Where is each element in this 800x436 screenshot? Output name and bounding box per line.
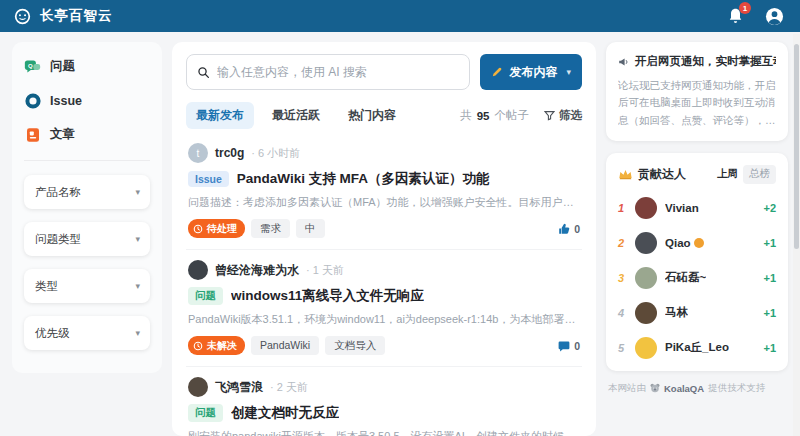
tab-latest[interactable]: 最新发布: [186, 102, 254, 129]
contributor-avatar[interactable]: [635, 267, 657, 289]
crown-icon: [618, 168, 633, 180]
filter-button-label: 筛选: [559, 108, 582, 123]
sidebar-item-questions[interactable]: Q 问题: [24, 58, 150, 75]
contributor-row[interactable]: 1 Vivian +2: [618, 197, 776, 219]
post-type-badge[interactable]: 问题: [188, 404, 223, 422]
chevron-down-icon: ▾: [135, 234, 140, 244]
contributor-name[interactable]: Vivian: [665, 202, 699, 214]
post-metric[interactable]: 0: [558, 223, 580, 235]
post-title[interactable]: PandaWiki 支持 MFA（多因素认证）功能: [237, 170, 490, 188]
post-item[interactable]: 飞鸿雪浪 · 2 天前 问题 创建文档时无反应 刚安装的pandawiki开源版…: [186, 367, 582, 436]
site-footer: 本网站由 KoalaQA 提供技术支持: [606, 382, 788, 395]
post-title[interactable]: windows11离线导入文件无响应: [231, 287, 424, 305]
post-metric[interactable]: 0: [558, 340, 580, 352]
content-layout: Q 问题 Issue 文章 产品名称 ▾: [0, 32, 800, 436]
issue-circle-icon: [24, 92, 41, 109]
publish-button-label: 发布内容: [509, 64, 557, 81]
post-author-avatar[interactable]: [188, 377, 208, 397]
contributor-row[interactable]: 2 Qiao +1: [618, 232, 776, 254]
search-row: 发布内容 ▾: [186, 54, 582, 90]
contributors-list: 1 Vivian +2 2 Qiao +1 3 石砳磊~ +1 4 马林 +1: [618, 197, 776, 359]
tab-recently-active[interactable]: 最近活跃: [262, 102, 330, 129]
contributors-card: 贡献达人 上周 总榜 1 Vivian +2 2 Qiao +1 3: [606, 153, 788, 371]
filter-select-type[interactable]: 类型 ▾: [24, 269, 150, 303]
contributor-medal-icon: [694, 238, 704, 248]
tabs-right: 共 95 个帖子 筛选: [460, 108, 582, 123]
post-title-row: 问题 windows11离线导入文件无响应: [188, 287, 580, 305]
post-type-badge[interactable]: Issue: [188, 171, 229, 187]
post-item[interactable]: t trc0g · 6 小时前 Issue PandaWiki 支持 MFA（多…: [186, 133, 582, 250]
notice-title-row: 开启网页通知，实时掌握互动信…: [618, 54, 776, 69]
brand[interactable]: 长亭百智云: [14, 7, 113, 25]
filter-select-question-type[interactable]: 问题类型 ▾: [24, 222, 150, 256]
post-author-avatar[interactable]: t: [188, 143, 208, 163]
contributor-score: +2: [763, 202, 776, 214]
publish-content-button[interactable]: 发布内容 ▾: [480, 54, 582, 90]
contributors-header: 贡献达人 上周 总榜: [618, 165, 776, 184]
search-input[interactable]: [217, 65, 459, 79]
navbar-actions: 1: [727, 7, 784, 26]
post-meta: 曾经沧海难为水 · 1 天前: [188, 260, 580, 280]
footer-brand[interactable]: KoalaQA: [664, 383, 704, 394]
contributor-avatar[interactable]: [635, 232, 657, 254]
post-timestamp: · 6 小时前: [251, 146, 300, 161]
contributor-name[interactable]: 石砳磊~: [665, 270, 706, 285]
post-author-name[interactable]: 飞鸿雪浪: [215, 379, 263, 396]
contributor-rank: 3: [618, 272, 627, 284]
notification-promo-card[interactable]: 开启网页通知，实时掌握互动信… 论坛现已支持网页通知功能，开启后可在电脑桌面上即…: [606, 42, 788, 141]
logo-icon: [14, 8, 31, 25]
footer-suffix: 提供技术支持: [708, 382, 765, 395]
contributor-name[interactable]: 马林: [665, 305, 688, 320]
top-navbar: 长亭百智云 1: [0, 0, 800, 32]
chevron-down-icon: ▾: [135, 328, 140, 338]
contributor-avatar[interactable]: [635, 197, 657, 219]
post-status-label: 未解决: [207, 339, 237, 353]
post-author-avatar[interactable]: [188, 260, 208, 280]
notification-bell-button[interactable]: 1: [727, 7, 745, 25]
page-scrollbar-thumb[interactable]: [794, 44, 799, 249]
contributor-name-text: PiKa丘_Leo: [665, 340, 729, 355]
tab-all-time[interactable]: 总榜: [743, 165, 776, 184]
contributor-rank: 5: [618, 342, 627, 354]
sidebar-item-issue[interactable]: Issue: [24, 92, 150, 109]
contributor-score: +1: [763, 307, 776, 319]
post-type-badge[interactable]: 问题: [188, 287, 223, 305]
post-author-name[interactable]: trc0g: [215, 146, 244, 160]
post-author-name[interactable]: 曾经沧海难为水: [215, 262, 299, 279]
contributor-avatar[interactable]: [635, 337, 657, 359]
svg-text:Q: Q: [28, 63, 33, 69]
post-tags: 需求中: [251, 219, 325, 238]
question-chat-icon: Q: [24, 58, 41, 75]
funnel-icon: [544, 110, 555, 121]
contributor-avatar[interactable]: [635, 302, 657, 324]
post-timestamp: · 2 天前: [270, 380, 308, 395]
post-title[interactable]: 创建文档时无反应: [231, 404, 339, 422]
filter-label: 类型: [35, 279, 58, 294]
contributor-row[interactable]: 3 石砳磊~ +1: [618, 267, 776, 289]
contributor-name-text: 石砳磊~: [665, 270, 706, 285]
post-tag[interactable]: 文档导入: [325, 336, 385, 355]
contributor-row[interactable]: 5 PiKa丘_Leo +1: [618, 337, 776, 359]
tab-last-week[interactable]: 上周: [717, 167, 738, 181]
filter-select-priority[interactable]: 优先级 ▾: [24, 316, 150, 350]
sidebar-item-articles[interactable]: 文章: [24, 126, 150, 143]
metric-count: 0: [574, 340, 580, 352]
contributor-name[interactable]: PiKa丘_Leo: [665, 340, 729, 355]
comment-icon: [558, 340, 570, 352]
filter-button[interactable]: 筛选: [544, 108, 582, 123]
user-avatar-button[interactable]: [765, 7, 784, 26]
post-timestamp: · 1 天前: [306, 263, 344, 278]
post-tag[interactable]: PandaWiki: [251, 336, 319, 355]
post-tag[interactable]: 中: [296, 219, 325, 238]
tab-popular[interactable]: 热门内容: [338, 102, 406, 129]
footer-prefix: 本网站由: [608, 382, 646, 395]
post-tag[interactable]: 需求: [251, 219, 290, 238]
chevron-down-icon: ▾: [135, 281, 140, 291]
contributor-row[interactable]: 4 马林 +1: [618, 302, 776, 324]
post-excerpt: PandaWiki版本3.51.1，环境为window11，ai为deepsee…: [188, 312, 580, 327]
contributor-name[interactable]: Qiao: [665, 237, 704, 249]
post-status-badge: 待处理: [188, 219, 245, 238]
filter-select-product[interactable]: 产品名称 ▾: [24, 175, 150, 209]
post-item[interactable]: 曾经沧海难为水 · 1 天前 问题 windows11离线导入文件无响应 Pan…: [186, 250, 582, 367]
search-box[interactable]: [186, 54, 470, 90]
